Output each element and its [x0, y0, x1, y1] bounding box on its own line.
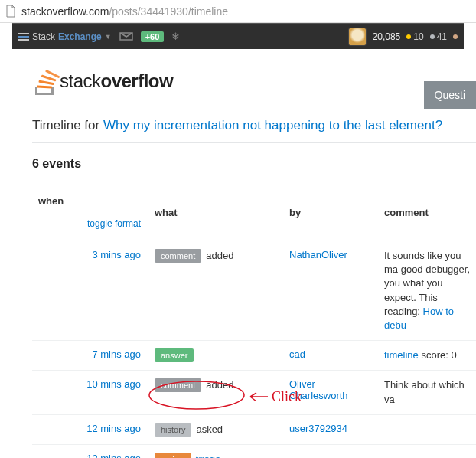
time-link[interactable]: 12 mins ago: [86, 453, 141, 458]
time-link[interactable]: 3 mins ago: [92, 249, 141, 260]
user-link[interactable]: Oliver Charlesworth: [289, 378, 348, 401]
event-comment: [380, 444, 476, 458]
url-path: /posts/34441930/timeline: [109, 5, 228, 18]
user-reputation[interactable]: 20,085: [373, 31, 401, 42]
col-by: by: [285, 189, 380, 241]
chevron-down-icon: ▼: [105, 33, 112, 41]
col-comment: comment: [380, 189, 476, 241]
time-link[interactable]: 12 mins ago: [86, 423, 141, 434]
winterbash-icon[interactable]: ❄: [171, 31, 180, 42]
stackoverflow-logo[interactable]: stackoverflow: [32, 67, 476, 95]
time-link[interactable]: 7 mins ago: [92, 348, 141, 360]
timeline-table: when toggle format what by comment 3 min…: [32, 189, 476, 458]
event-type-tag: comment: [155, 249, 201, 263]
event-type-tag: answer: [155, 348, 194, 362]
url-host: stackoverflow.com: [21, 5, 109, 18]
event-comment: [380, 414, 476, 444]
page-title: Timeline for Why my incrementation not h…: [32, 118, 476, 133]
questions-button[interactable]: Questi: [424, 81, 476, 109]
timeline-row: 12 mins agohistoryaskeduser3792934: [32, 414, 476, 444]
user-link[interactable]: NathanOliver: [289, 249, 347, 260]
event-comment: Think about which va: [380, 371, 476, 414]
comment-link[interactable]: How to debu: [384, 306, 454, 331]
event-type-tag: history: [155, 423, 191, 437]
logo-stack: stack: [60, 70, 101, 91]
gold-badges[interactable]: 10: [406, 31, 423, 42]
timeline-row: 10 mins agocommentaddedOliver Charleswor…: [32, 371, 476, 414]
event-action: asked: [196, 424, 223, 435]
se-stack-text: Stack: [32, 31, 55, 42]
se-logo-icon: [18, 33, 29, 41]
silver-badges[interactable]: 41: [430, 31, 447, 42]
event-type-tag: review: [155, 453, 191, 458]
so-logo-icon: [32, 67, 57, 95]
col-when: when toggle format: [32, 189, 150, 241]
col-what: what: [150, 189, 285, 241]
silver-badge-dot: [430, 34, 435, 39]
inbox-icon[interactable]: [119, 31, 133, 43]
timeline-prefix: Timeline for: [32, 118, 103, 132]
gold-badge-dot: [406, 34, 411, 39]
event-type-tag: comment: [155, 378, 201, 392]
stackexchange-dropdown[interactable]: StackExchange ▼: [18, 31, 112, 42]
timeline-row: 12 mins agoreviewtriage: [32, 444, 476, 458]
user-link[interactable]: cad: [289, 348, 305, 360]
bronze-badges[interactable]: [453, 34, 458, 39]
browser-url-bar[interactable]: stackoverflow.com/posts/34441930/timelin…: [0, 0, 476, 23]
user-link[interactable]: user3792934: [289, 423, 347, 434]
timeline-row: 3 mins agocommentaddedNathanOliverIt sou…: [32, 241, 476, 341]
event-action: added: [206, 379, 233, 391]
se-exchange-text: Exchange: [58, 31, 102, 42]
logo-overflow: overflow: [101, 70, 174, 91]
timeline-link[interactable]: timeline: [384, 349, 419, 361]
event-comment: It sounds like you ma good debugger, you…: [380, 241, 476, 341]
timeline-row: 7 mins agoanswercadtimeline score: 0: [32, 341, 476, 371]
event-action: added: [206, 250, 233, 261]
page-icon: [5, 5, 17, 18]
bronze-badge-dot: [453, 34, 458, 39]
time-link[interactable]: 10 mins ago: [86, 378, 141, 390]
event-comment: timeline score: 0: [380, 341, 476, 371]
events-count: 6 events: [32, 157, 476, 171]
toggle-format-link[interactable]: toggle format: [38, 218, 141, 229]
reputation-change-badge[interactable]: +60: [141, 31, 165, 42]
divider: [32, 142, 476, 143]
event-action-link[interactable]: triage: [196, 453, 221, 458]
se-topbar: StackExchange ▼ +60 ❄ 20,085 10 41: [12, 23, 464, 49]
user-avatar[interactable]: [348, 28, 367, 46]
question-title-link[interactable]: Why my incrementation not happening to t…: [103, 118, 442, 132]
